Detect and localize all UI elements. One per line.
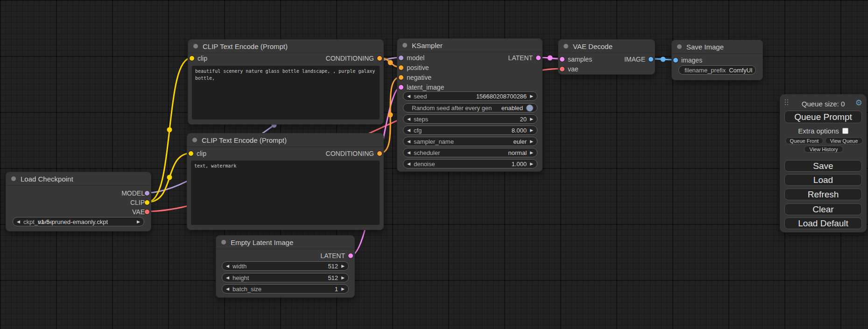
input-port-clip[interactable] (190, 56, 194, 61)
width-widget[interactable]: ◀ width 512 ▶ (222, 261, 349, 271)
widget-value: 20 (520, 116, 527, 123)
node-empty-latent-image[interactable]: Empty Latent Image LATENT ◀ width 512 ▶ … (216, 235, 355, 298)
toggle-knob-icon[interactable] (526, 105, 533, 112)
widget-value: 512 (328, 263, 338, 270)
decrement-arrow-icon[interactable]: ◀ (226, 276, 229, 280)
input-port-positive[interactable] (399, 65, 403, 70)
output-port-conditioning[interactable] (377, 151, 382, 156)
extra-options-checkbox[interactable] (842, 128, 848, 134)
scheduler-widget[interactable]: ◀ scheduler normal ▶ (403, 148, 537, 157)
link-dot (661, 57, 666, 62)
decrement-arrow-icon[interactable]: ◀ (226, 264, 229, 268)
node-ksampler[interactable]: KSampler model LATENT positive negative … (397, 38, 543, 172)
prompt-text-area[interactable]: beautiful scenery nature glass bottle la… (192, 66, 380, 119)
queue-panel[interactable]: Queue size: 0 ⚙ Queue Prompt Extra optio… (780, 94, 867, 232)
node-title-bar[interactable]: Load Checkpoint (6, 172, 151, 186)
output-port-vae[interactable] (145, 210, 149, 214)
node-graph-canvas[interactable]: Load Checkpoint MODEL CLIP VAE ◀ ckpt_na… (0, 0, 868, 329)
increment-arrow-icon[interactable]: ▶ (530, 117, 533, 121)
widget-label: Random seed after every gen (412, 105, 492, 112)
collapse-dot-icon[interactable] (11, 176, 16, 181)
refresh-button[interactable]: Refresh (784, 189, 862, 200)
filename-prefix-widget[interactable]: filename_prefix ComfyUI (678, 65, 756, 75)
input-port-samples[interactable] (560, 57, 565, 62)
output-port-image[interactable] (649, 57, 653, 62)
input-label-images: images (681, 56, 702, 64)
load-default-button[interactable]: Load Default (784, 217, 862, 229)
increment-arrow-icon[interactable]: ▶ (530, 162, 533, 166)
node-save-image[interactable]: Save Image images filename_prefix ComfyU… (671, 40, 763, 80)
increment-arrow-icon[interactable]: ▶ (530, 128, 533, 133)
increment-arrow-icon[interactable]: ▶ (530, 94, 533, 98)
increment-arrow-icon[interactable]: ▶ (137, 220, 140, 224)
increment-arrow-icon[interactable]: ▶ (341, 264, 345, 268)
decrement-arrow-icon[interactable]: ◀ (407, 117, 410, 121)
batch-size-widget[interactable]: ◀ batch_size 1 ▶ (222, 284, 349, 294)
output-port-conditioning[interactable] (377, 56, 382, 61)
collapse-dot-icon[interactable] (564, 44, 568, 49)
collapse-dot-icon[interactable] (221, 240, 226, 245)
node-title: Save Image (686, 43, 724, 51)
node-load-checkpoint[interactable]: Load Checkpoint MODEL CLIP VAE ◀ ckpt_na… (6, 172, 151, 231)
steps-widget[interactable]: ◀ steps 20 ▶ (403, 114, 537, 124)
widget-label: seed (414, 93, 427, 100)
widget-value: v1-5-pruned-emaonly.ckpt (13, 218, 133, 225)
save-button[interactable]: Save (784, 160, 862, 172)
queue-prompt-button[interactable]: Queue Prompt (784, 111, 862, 123)
node-title-bar[interactable]: CLIP Text Encode (Prompt) (188, 40, 383, 53)
output-label-model: MODEL (121, 189, 145, 197)
clear-button[interactable]: Clear (784, 203, 862, 215)
ckpt-name-widget[interactable]: ◀ ckpt_name v1-5-pruned-emaonly.ckpt ▶ (13, 217, 144, 226)
collapse-dot-icon[interactable] (402, 43, 407, 48)
increment-arrow-icon[interactable]: ▶ (530, 151, 533, 155)
prompt-text-area[interactable]: text, watermark (191, 161, 380, 225)
widget-value: 512 (328, 274, 338, 281)
input-port-model[interactable] (399, 56, 403, 60)
decrement-arrow-icon[interactable]: ◀ (226, 287, 229, 291)
widget-value: 8.000 (512, 127, 527, 134)
node-title-bar[interactable]: Save Image (672, 40, 762, 54)
height-widget[interactable]: ◀ height 512 ▶ (222, 273, 349, 282)
decrement-arrow-icon[interactable]: ◀ (407, 128, 410, 133)
node-clip-text-encode-positive[interactable]: CLIP Text Encode (Prompt) clip CONDITION… (188, 39, 384, 125)
node-title-bar[interactable]: Empty Latent Image (216, 236, 354, 249)
node-title-bar[interactable]: CLIP Text Encode (Prompt) (187, 133, 383, 147)
decrement-arrow-icon[interactable]: ◀ (407, 94, 410, 98)
input-port-images[interactable] (673, 58, 678, 63)
queue-front-button[interactable]: Queue Front (785, 137, 823, 144)
view-history-button[interactable]: View History (804, 146, 843, 153)
increment-arrow-icon[interactable]: ▶ (341, 276, 345, 280)
node-title-bar[interactable]: KSampler (397, 39, 542, 52)
output-port-latent[interactable] (536, 56, 541, 60)
decrement-arrow-icon[interactable]: ◀ (407, 140, 410, 144)
settings-gear-icon[interactable]: ⚙ (855, 98, 862, 108)
link-dot (388, 60, 393, 65)
widget-label: filename_prefix (685, 67, 726, 74)
seed-widget[interactable]: ◀ seed 156680208700286 ▶ (403, 91, 537, 101)
load-button[interactable]: Load (784, 174, 862, 186)
input-port-negative[interactable] (399, 75, 403, 80)
widget-value: 156680208700286 (476, 93, 527, 100)
input-port-latent-image[interactable] (399, 85, 403, 90)
node-title-bar[interactable]: VAE Decode (558, 40, 655, 53)
output-port-clip[interactable] (145, 200, 149, 205)
node-vae-decode[interactable]: VAE Decode samples IMAGE vae (558, 39, 655, 75)
increment-arrow-icon[interactable]: ▶ (341, 287, 345, 291)
drag-handle-icon[interactable] (785, 99, 788, 105)
decrement-arrow-icon[interactable]: ◀ (407, 151, 410, 155)
node-clip-text-encode-negative[interactable]: CLIP Text Encode (Prompt) clip CONDITION… (187, 133, 384, 230)
random-seed-toggle[interactable]: Random seed after every gen enabled (403, 103, 537, 112)
denoise-widget[interactable]: ◀ denoise 1.000 ▶ (403, 159, 537, 168)
view-queue-button[interactable]: View Queue (825, 137, 863, 144)
decrement-arrow-icon[interactable]: ◀ (407, 162, 410, 166)
output-port-model[interactable] (145, 191, 149, 196)
increment-arrow-icon[interactable]: ▶ (530, 140, 533, 144)
cfg-widget[interactable]: ◀ cfg 8.000 ▶ (403, 126, 537, 135)
input-port-clip[interactable] (189, 151, 193, 156)
output-port-latent[interactable] (348, 253, 353, 258)
sampler-name-widget[interactable]: ◀ sampler_name euler ▶ (403, 137, 537, 146)
collapse-dot-icon[interactable] (193, 44, 198, 49)
collapse-dot-icon[interactable] (677, 44, 682, 49)
input-port-vae[interactable] (560, 67, 565, 71)
collapse-dot-icon[interactable] (192, 138, 197, 142)
